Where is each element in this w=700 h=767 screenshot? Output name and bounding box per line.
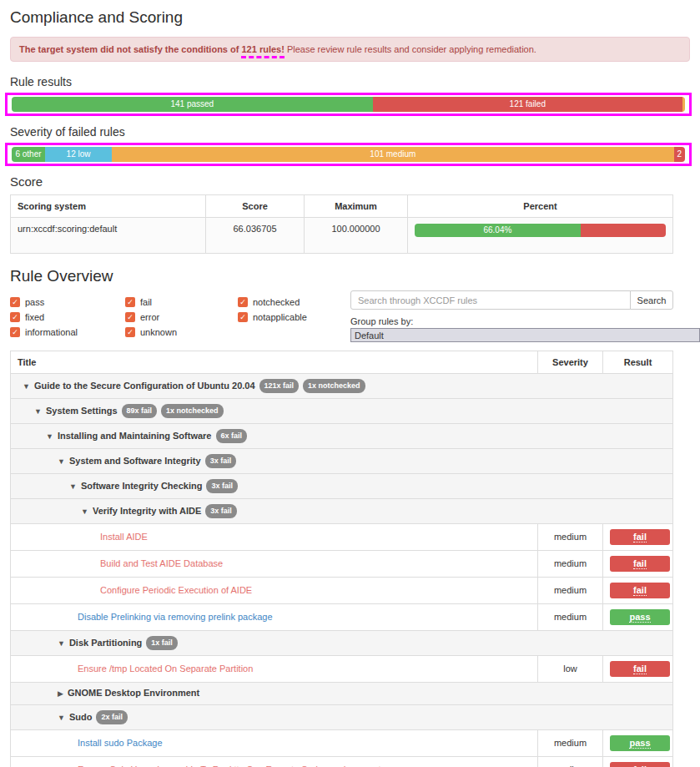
bar-segment-other: 6 other bbox=[12, 147, 45, 162]
filter-label: fail bbox=[140, 297, 152, 307]
bar-segment-high: 2 bbox=[674, 147, 685, 162]
table-row: ▶GNOME Desktop Environment bbox=[11, 683, 673, 705]
filter-label: notapplicable bbox=[253, 312, 307, 322]
severity-value: medium bbox=[538, 551, 603, 578]
group-title[interactable]: Verify Integrity with AIDE bbox=[93, 506, 201, 516]
checkbox-checked-icon[interactable]: ✓ bbox=[10, 327, 20, 337]
section-heading-rule-overview: Rule Overview bbox=[10, 267, 700, 285]
rule-overview-controls: ✓pass✓fixed✓informational✓fail✓error✓unk… bbox=[10, 290, 700, 342]
group-title[interactable]: System Settings bbox=[46, 406, 118, 416]
filter-pass: ✓pass bbox=[10, 297, 125, 307]
checkbox-checked-icon[interactable]: ✓ bbox=[10, 297, 20, 307]
result-label: pass bbox=[629, 738, 650, 749]
severity-value: medium bbox=[538, 524, 603, 551]
result-badge-fail[interactable]: fail bbox=[610, 762, 670, 767]
result-badge-pass[interactable]: pass bbox=[610, 609, 670, 625]
rule-table-header-result: Result bbox=[603, 351, 673, 374]
expanded-arrow-icon[interactable]: ▼ bbox=[23, 381, 30, 392]
result-badge-fail[interactable]: fail bbox=[610, 556, 670, 572]
checkbox-checked-icon[interactable]: ✓ bbox=[238, 297, 248, 307]
alert-highlighted-text: 121 rules! bbox=[241, 44, 284, 58]
checkbox-checked-icon[interactable]: ✓ bbox=[125, 312, 135, 322]
rule-link[interactable]: Disable Prelinking via removing prelink … bbox=[78, 612, 273, 622]
severity-bar: 6 other12 low101 medium2 bbox=[12, 147, 685, 162]
table-row: Install sudo Packagemediumpass bbox=[11, 730, 673, 757]
count-badge: 89x fail bbox=[122, 404, 158, 418]
expanded-arrow-icon[interactable]: ▼ bbox=[34, 406, 42, 417]
severity-value: medium bbox=[538, 604, 603, 631]
filter-label: notchecked bbox=[253, 297, 300, 307]
table-row: Configure Periodic Execution of AIDEmedi… bbox=[11, 578, 673, 604]
score-header-score: Score bbox=[206, 195, 305, 218]
severity-value: medium bbox=[538, 757, 603, 767]
bar-segment-low: 12 low bbox=[45, 147, 112, 162]
result-label: pass bbox=[629, 612, 650, 623]
filter-fixed: ✓fixed bbox=[10, 312, 125, 322]
table-row: ▼Software Integrity Checking3x fail bbox=[11, 474, 673, 499]
table-row: ▼Verify Integrity with AIDE3x fail bbox=[11, 499, 673, 524]
rule-link[interactable]: Ensure /tmp Located On Separate Partitio… bbox=[78, 664, 253, 674]
checkbox-checked-icon[interactable]: ✓ bbox=[125, 327, 135, 337]
expanded-arrow-icon[interactable]: ▼ bbox=[46, 431, 53, 442]
annotation-box-severity: 6 other12 low101 medium2 bbox=[5, 143, 692, 166]
result-badge-fail[interactable]: fail bbox=[610, 583, 670, 598]
filter-notapplicable: ✓notapplicable bbox=[238, 312, 350, 322]
expanded-arrow-icon[interactable]: ▼ bbox=[81, 507, 88, 517]
expanded-arrow-icon[interactable]: ▼ bbox=[58, 713, 65, 724]
score-percent-green-segment: 66.04% bbox=[415, 224, 581, 237]
search-row: Search bbox=[350, 290, 673, 310]
filter-notchecked: ✓notchecked bbox=[238, 297, 350, 307]
table-row: ▼Sudo2x fail bbox=[11, 705, 673, 730]
expanded-arrow-icon[interactable]: ▼ bbox=[58, 457, 65, 467]
alert-banner: The target system did not satisfy the co… bbox=[10, 37, 690, 62]
score-header-maximum: Maximum bbox=[305, 195, 408, 218]
filter-informational: ✓informational bbox=[10, 327, 125, 337]
count-badge: 3x fail bbox=[205, 454, 237, 468]
result-badge-fail[interactable]: fail bbox=[610, 661, 670, 677]
group-title[interactable]: Sudo bbox=[69, 712, 93, 722]
section-heading-severity: Severity of failed rules bbox=[10, 125, 700, 139]
group-by-select[interactable]: Default bbox=[350, 328, 700, 342]
result-badge-pass[interactable]: pass bbox=[610, 735, 670, 751]
rule-results-bar: 141 passed121 failed bbox=[12, 97, 685, 112]
severity-value: medium bbox=[538, 578, 603, 604]
table-row: Build and Test AIDE Databasemediumfail bbox=[11, 551, 673, 578]
rule-link[interactable]: Install AIDE bbox=[100, 532, 148, 542]
table-row: ▼System and Software Integrity3x fail bbox=[11, 449, 673, 474]
group-title[interactable]: Installing and Maintaining Software bbox=[58, 431, 212, 441]
checkbox-checked-icon[interactable]: ✓ bbox=[238, 312, 248, 322]
checkbox-checked-icon[interactable]: ✓ bbox=[10, 312, 20, 322]
expanded-arrow-icon[interactable]: ▼ bbox=[69, 482, 77, 492]
table-row: Ensure Only Users Logged In To Real tty … bbox=[11, 757, 673, 767]
search-button[interactable]: Search bbox=[630, 290, 673, 310]
count-badge: 1x notchecked bbox=[303, 379, 365, 393]
checkbox-checked-icon[interactable]: ✓ bbox=[125, 297, 135, 307]
table-row: Disable Prelinking via removing prelink … bbox=[11, 604, 673, 631]
bar-segment-other bbox=[682, 97, 685, 112]
group-title[interactable]: Disk Partitioning bbox=[69, 638, 142, 648]
bar-segment-passed: 141 passed bbox=[12, 97, 373, 112]
rule-link[interactable]: Build and Test AIDE Database bbox=[100, 558, 223, 568]
result-label: fail bbox=[633, 585, 647, 596]
expanded-arrow-icon[interactable]: ▼ bbox=[58, 638, 65, 649]
rule-overview-table: Title Severity Result ▼Guide to the Secu… bbox=[10, 351, 673, 767]
result-filter-checkboxes: ✓pass✓fixed✓informational✓fail✓error✓unk… bbox=[10, 290, 350, 342]
bar-segment-medium: 101 medium bbox=[112, 147, 674, 162]
filter-label: informational bbox=[25, 327, 78, 337]
result-badge-fail[interactable]: fail bbox=[610, 529, 670, 545]
collapsed-arrow-icon[interactable]: ▶ bbox=[58, 689, 63, 699]
group-title[interactable]: System and Software Integrity bbox=[69, 456, 201, 466]
rule-link[interactable]: Configure Periodic Execution of AIDE bbox=[100, 585, 252, 595]
filter-label: unknown bbox=[140, 327, 177, 337]
filter-label: error bbox=[140, 312, 159, 322]
group-title[interactable]: Software Integrity Checking bbox=[81, 481, 202, 491]
rule-link[interactable]: Install sudo Package bbox=[78, 738, 163, 748]
count-badge: 3x fail bbox=[206, 479, 238, 493]
count-badge: 3x fail bbox=[205, 504, 237, 518]
group-title[interactable]: GNOME Desktop Environment bbox=[68, 688, 199, 698]
search-input[interactable] bbox=[350, 290, 631, 310]
severity-value: low bbox=[538, 656, 603, 683]
group-title[interactable]: Guide to the Secure Configuration of Ubu… bbox=[34, 381, 255, 391]
count-badge: 121x fail bbox=[259, 379, 300, 393]
section-heading-score: Score bbox=[10, 174, 700, 189]
